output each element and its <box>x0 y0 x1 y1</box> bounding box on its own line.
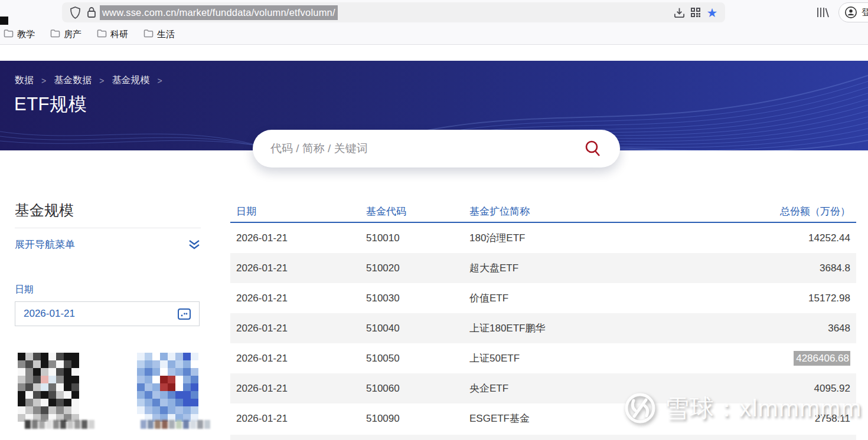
cell-fund-code: 510020 <box>366 262 469 274</box>
library-icon[interactable] <box>814 4 831 21</box>
caption-block <box>53 420 59 429</box>
mosaic-pixel <box>183 406 191 414</box>
header-total-shares: 总份额（万份） <box>726 205 856 218</box>
mosaic-pixel <box>48 360 56 368</box>
mosaic-pixel <box>71 406 79 414</box>
caption-block <box>148 420 154 429</box>
mosaic-pixel <box>175 391 183 399</box>
mosaic-pixel <box>71 391 79 399</box>
qr-caption-right-blurred <box>141 420 210 429</box>
bookmark-item-4[interactable]: 生活 <box>143 29 175 40</box>
cell-date: 2026-01-21 <box>230 293 366 304</box>
mosaic-pixel <box>18 360 25 368</box>
bookmark-label: 科研 <box>110 29 128 40</box>
mosaic-pixel <box>191 399 198 406</box>
lock-icon[interactable] <box>83 4 100 21</box>
etf-table: 日期 基金代码 基金扩位简称 总份额（万份） 2026-01-215100101… <box>230 201 856 434</box>
breadcrumb-separator: > <box>41 76 46 86</box>
shield-icon[interactable] <box>67 4 83 21</box>
caption-block <box>197 420 203 429</box>
bookmark-item-2[interactable]: 房产 <box>50 29 81 40</box>
search-input[interactable] <box>270 142 583 155</box>
mosaic-pixel <box>183 399 191 406</box>
mosaic-pixel <box>25 383 33 391</box>
url-bar[interactable]: www.sse.com.cn/market/funddata/volumn/et… <box>62 2 725 22</box>
header-date: 日期 <box>230 205 366 218</box>
caption-block <box>46 420 52 429</box>
mosaic-pixel <box>152 406 160 414</box>
cell-fund-code: 510040 <box>366 323 469 334</box>
url-text[interactable]: www.sse.com.cn/market/funddata/volumn/et… <box>100 5 338 20</box>
mosaic-pixel <box>183 383 191 391</box>
bookmark-star-icon[interactable]: ★ <box>704 4 720 21</box>
selected-value: 4286406.68 <box>794 351 850 366</box>
mosaic-pixel <box>137 353 145 360</box>
mosaic-pixel <box>152 368 160 376</box>
cell-fund-name: 180治理ETF <box>469 231 726 245</box>
account-login-button[interactable]: 登 <box>838 2 868 22</box>
cell-date: 2026-01-21 <box>230 383 366 395</box>
folder-icon <box>4 29 14 40</box>
mosaic-pixel <box>71 353 79 360</box>
folder-icon <box>50 29 60 40</box>
mosaic-pixel <box>48 368 56 376</box>
account-icon <box>844 6 857 19</box>
mosaic-pixel <box>183 360 191 368</box>
caption-block <box>39 420 45 429</box>
table-body: 2026-01-21510010180治理ETF14252.442026-01-… <box>230 223 856 434</box>
caption-block <box>141 420 146 429</box>
cell-date: 2026-01-21 <box>230 413 366 425</box>
qr-code-icon[interactable] <box>687 4 704 21</box>
mosaic-pixel <box>152 383 160 391</box>
mosaic-pixel <box>137 399 145 406</box>
chevron-double-down-icon <box>188 239 201 251</box>
caption-block <box>25 420 31 429</box>
mosaic-pixel <box>33 353 41 360</box>
mosaic-pixel <box>71 399 79 406</box>
mosaic-pixel <box>25 399 33 406</box>
mosaic-pixel <box>152 376 160 383</box>
mosaic-pixel <box>41 406 48 414</box>
bookmark-item-1[interactable]: 教学 <box>4 29 35 40</box>
mosaic-pixel <box>191 406 198 414</box>
mosaic-pixel <box>168 360 175 368</box>
mosaic-pixel <box>145 353 152 360</box>
mosaic-pixel <box>71 383 79 391</box>
mosaic-pixel <box>160 406 168 414</box>
caption-block <box>74 420 80 429</box>
breadcrumb-item-3[interactable]: 基金规模 <box>112 74 149 87</box>
mosaic-pixel <box>33 360 41 368</box>
cell-fund-code: 510050 <box>366 353 469 365</box>
mosaic-pixel <box>41 353 48 360</box>
mosaic-pixel <box>25 368 33 376</box>
caption-block <box>176 420 182 429</box>
breadcrumb-item-1[interactable]: 数据 <box>15 74 34 87</box>
search-icon[interactable] <box>583 139 602 158</box>
mosaic-pixel <box>18 376 25 383</box>
table-row: 2026-01-21510060央企ETF4095.92 <box>230 373 856 403</box>
date-input[interactable]: 2026-01-21 <box>15 301 200 326</box>
mosaic-pixel <box>152 360 160 368</box>
mosaic-pixel <box>41 383 48 391</box>
mosaic-pixel <box>191 376 198 383</box>
mosaic-pixel <box>160 391 168 399</box>
breadcrumb-item-2[interactable]: 基金数据 <box>54 74 92 87</box>
mosaic-pixel <box>191 368 198 376</box>
download-icon[interactable] <box>671 4 687 21</box>
mosaic-pixel <box>145 368 152 376</box>
mosaic-pixel <box>56 368 64 376</box>
mosaic-pixel <box>160 360 168 368</box>
calendar-icon[interactable] <box>177 306 192 321</box>
bookmark-item-3[interactable]: 科研 <box>97 29 128 40</box>
mosaic-pixel <box>18 406 25 414</box>
expand-nav-menu[interactable]: 展开导航菜单 <box>15 238 201 251</box>
mosaic-pixel <box>64 383 71 391</box>
mosaic-pixel <box>175 368 183 376</box>
mosaic-pixel <box>33 406 41 414</box>
mosaic-pixel <box>145 376 152 383</box>
table-next-row-partial <box>230 435 856 440</box>
mosaic-pixel <box>41 368 48 376</box>
qr-code-left-pixelated <box>18 353 79 422</box>
cell-total-shares: 2758.11 <box>726 413 856 425</box>
cell-fund-code: 510030 <box>366 293 469 304</box>
